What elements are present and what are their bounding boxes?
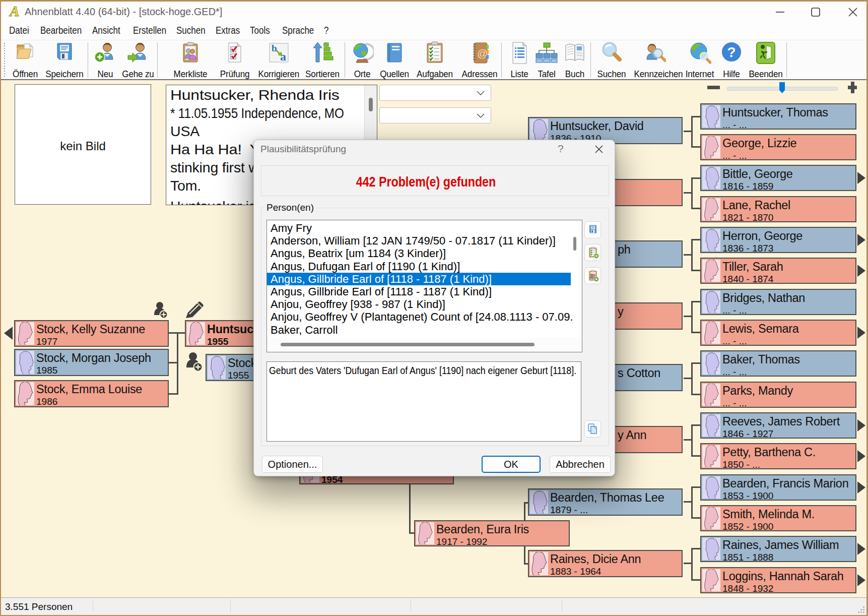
svg-text:b: b — [272, 43, 277, 53]
svg-text:@: @ — [477, 47, 488, 59]
svg-text:?: ? — [727, 44, 736, 60]
svg-text:A: A — [9, 6, 19, 19]
